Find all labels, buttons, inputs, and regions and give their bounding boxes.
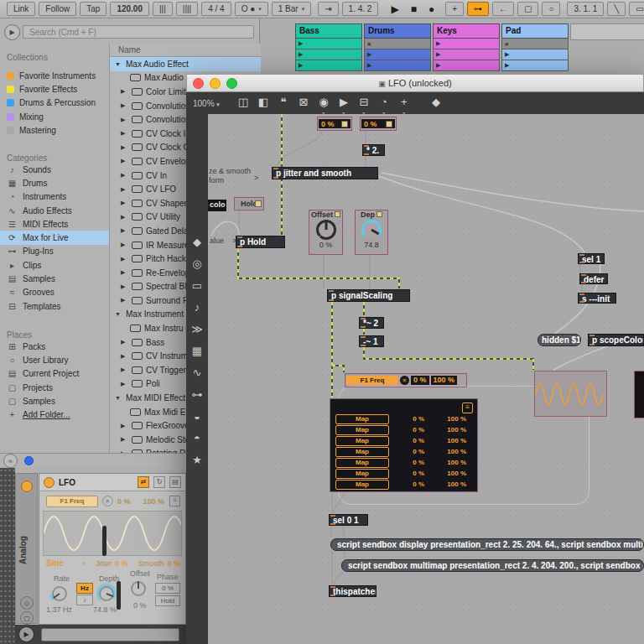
depth-dial[interactable] [361, 220, 382, 240]
map-button[interactable]: Map [335, 425, 389, 435]
sidebar-item-category[interactable]: ◔ Instruments [0, 190, 109, 204]
clip-slot[interactable] [433, 39, 500, 49]
expand-arrow-icon[interactable]: ▶ [121, 366, 128, 373]
favorites-star-icon[interactable]: ★ [192, 454, 202, 466]
expand-arrow-icon[interactable]: ▶ [121, 269, 128, 276]
clear-mapping-icon[interactable]: ✕ [400, 376, 409, 385]
expand-arrow-icon[interactable]: ▼ [115, 61, 122, 67]
map-button[interactable]: Map [335, 436, 389, 446]
expand-arrow-icon[interactable]: ▶ [121, 297, 128, 304]
sidebar-item-category[interactable]: ♪ Sounds [0, 163, 109, 176]
track-title-strip[interactable]: Analog ◎ ▢ [15, 473, 38, 624]
sidebar-item-place[interactable]: ▤ Current Project [0, 367, 109, 381]
map-min-value[interactable]: 0 % [389, 480, 424, 488]
phase-hold-button[interactable]: Hold [155, 595, 180, 606]
expand-arrow-icon[interactable]: ▶ [121, 256, 128, 262]
depth-value[interactable]: 74.8 % [93, 605, 117, 614]
track-header[interactable]: Pad [501, 23, 569, 39]
offset-dial[interactable] [128, 579, 148, 599]
clear-mapping-icon[interactable]: ✕ [102, 496, 113, 506]
scope-display[interactable] [534, 371, 607, 417]
tap-tempo-button[interactable]: Tap [80, 2, 106, 16]
sidebar-item-place[interactable]: + Add Folder... [0, 408, 109, 421]
expand-arrow-icon[interactable]: ▶ [121, 381, 128, 387]
map-max-value[interactable]: 100 % [424, 459, 466, 466]
expand-arrow-icon[interactable]: ▶ [121, 144, 128, 151]
inspector-target-icon[interactable]: ◎ [192, 258, 201, 270]
sidebar-item-collection[interactable]: Favorite Instruments [0, 69, 109, 82]
f1-freq-mapping-row[interactable]: F1 Freq ✕ 0 % 100 % [345, 373, 467, 387]
list-column-header[interactable]: Name [110, 44, 261, 57]
follow-tempo-button[interactable]: Follow [39, 2, 76, 16]
map-button[interactable]: Map [335, 447, 389, 457]
plug-icon[interactable]: ⊶ [192, 389, 203, 401]
window-title-bar[interactable]: ▣ LFO (unlocked) [186, 74, 644, 92]
map-max-value[interactable]: 100 % [431, 376, 458, 385]
map-target-button[interactable]: F1 Freq [346, 376, 398, 385]
save-preset-icon[interactable]: ▤ [169, 476, 181, 488]
play-button[interactable]: ▶ [387, 3, 402, 15]
preview-play-icon[interactable]: ▶ [18, 626, 34, 642]
sync-mode-button[interactable]: ♪ [76, 595, 93, 605]
map-min-value[interactable]: 0 % [389, 426, 424, 434]
sidebar-item-category[interactable]: ☰ MIDI Effects [0, 217, 109, 231]
rate-dial[interactable] [49, 584, 70, 604]
jitter-numbox[interactable]: 0 % [317, 117, 352, 131]
sidebar-item-category[interactable]: ▸ Clips [0, 258, 109, 272]
sidebar-item-place[interactable]: ▢ Projects [0, 381, 109, 394]
sidebar-item-category[interactable]: ≈ Grooves [0, 286, 109, 299]
sidebar-item-category[interactable]: ∿ Audio Effects [0, 204, 109, 217]
back-to-arrangement-button[interactable]: ← [492, 2, 514, 16]
draw-mode-button[interactable]: ╲ [607, 2, 626, 16]
sidebar-item-place[interactable]: ○ User Library [0, 353, 109, 366]
sidebar-item-category[interactable]: ▤ Samples [0, 272, 109, 285]
mapping-menu-icon[interactable]: ≡ [169, 496, 180, 506]
track-header[interactable]: Drums [364, 23, 431, 39]
waveform-select[interactable]: Sine [46, 558, 64, 568]
dial-icon[interactable]: ◔▾ [374, 92, 394, 114]
sidebar-item-place[interactable]: ▢ Samples [0, 394, 109, 408]
session-overdub-button[interactable]: ⊶ [467, 2, 489, 16]
device-title-bar[interactable]: LFO ⇄ ↻ ▤ [39, 474, 185, 491]
map-max-value[interactable]: 100 % [424, 448, 466, 455]
map-min-value[interactable]: 0 % [411, 376, 429, 385]
rate-value[interactable]: 1.37 Hz [46, 605, 72, 614]
search-input[interactable]: Search (Cmd + F) [23, 25, 254, 39]
map-min-value[interactable]: 0 % [389, 459, 424, 466]
nudge-down-button[interactable]: ||| [153, 2, 173, 16]
map-min-value[interactable]: 0 % [389, 448, 424, 455]
clip-slot[interactable] [501, 60, 569, 71]
toggle-icon[interactable]: ⊠ [293, 92, 314, 114]
clip-slot[interactable] [501, 49, 569, 60]
expand-arrow-icon[interactable]: ▼ [115, 395, 122, 401]
sidebar-item-collection[interactable]: Drums & Percussion [0, 96, 109, 110]
clip-slot[interactable] [433, 60, 500, 71]
map-max-value[interactable]: 100 % [424, 426, 466, 434]
record-arm-icon[interactable]: ▢ [20, 611, 34, 625]
expand-arrow-icon[interactable]: ▶ [121, 130, 128, 137]
follow-button[interactable]: ⇥ [318, 2, 338, 16]
object-sel-0-1[interactable]: sel 0 1 [329, 514, 368, 526]
clip-slot[interactable] [364, 49, 431, 60]
expand-arrow-icon[interactable]: ▶ [121, 339, 128, 345]
depth-dial[interactable] [96, 584, 117, 604]
button-icon[interactable]: ◉▾ [314, 92, 334, 114]
nudge-up-button[interactable]: |||| [176, 2, 198, 16]
stop-button[interactable]: ■ [407, 3, 421, 15]
object-defer[interactable]: defer [579, 273, 608, 284]
status-field[interactable] [41, 628, 179, 641]
sidebar-item-category[interactable]: ⊶ Plug-Ins [0, 245, 109, 258]
offset-dial-panel[interactable]: Offset 0 % [309, 210, 343, 255]
number-box-icon[interactable]: ⊟▾ [354, 92, 374, 114]
add-object-icon[interactable]: +▾ [394, 92, 414, 114]
close-icon[interactable] [193, 78, 204, 89]
selection-box-button[interactable]: ▢ [517, 2, 538, 16]
smooth-numbox[interactable]: 0 % [360, 117, 397, 131]
edit-patch-icon[interactable]: ↻ [153, 476, 165, 488]
clip-slot[interactable] [501, 39, 569, 49]
map-min-value[interactable]: 0 % [389, 470, 424, 477]
map-target-button[interactable]: F1 Freq [46, 496, 98, 507]
object-p-signal-scaling[interactable]: p signalScaling [327, 289, 410, 302]
beap-icon[interactable]: ◓ [194, 433, 200, 444]
map-max-value[interactable]: 100 % [424, 480, 466, 488]
